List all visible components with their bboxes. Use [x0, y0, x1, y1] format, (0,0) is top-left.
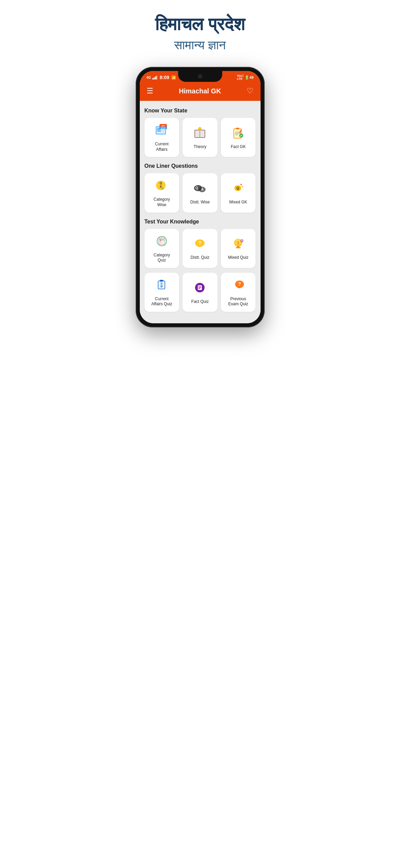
previous-exam-quiz-label: PreviousExam Quiz — [228, 296, 248, 307]
app-bar: ☰ Himachal GK ♡ — [140, 83, 261, 101]
svg-rect-8 — [157, 131, 161, 131]
status-bar: 4G 8:09 📶 VoLlLTE 🔋49 — [140, 71, 261, 83]
svg-rect-51 — [237, 246, 239, 247]
distt-quiz-icon: ? — [193, 237, 207, 252]
svg-text:?: ? — [198, 240, 202, 246]
app-title: Himachal GK — [179, 87, 221, 95]
vol-lte-label: VoLlLTE — [237, 74, 243, 80]
status-left: 4G 8:09 📶 — [147, 75, 176, 80]
camera-dot — [198, 74, 202, 78]
svg-rect-3 — [156, 76, 157, 79]
svg-text:Z: Z — [159, 241, 161, 243]
current-affairs-quiz-card[interactable]: Q UI Z CurrentAffairs Quiz — [145, 273, 179, 312]
svg-text:A: A — [201, 187, 204, 191]
content-area: Know Your State HOT — [140, 101, 261, 323]
one-liner-grid: Q & A CategoryWise Q A — [145, 173, 256, 212]
svg-point-39 — [240, 184, 241, 184]
test-knowledge-grid-row2: Q UI Z CurrentAffairs Quiz — [145, 273, 256, 312]
page-subtitle: सामान्य ज्ञान — [155, 37, 245, 53]
test-knowledge-grid-row1: Q U I Z CategoryQuiz — [145, 229, 256, 268]
svg-point-55 — [241, 240, 243, 241]
svg-rect-20 — [236, 128, 239, 129]
mixed-gk-icon: Q — [231, 181, 245, 197]
svg-rect-58 — [160, 280, 163, 282]
svg-rect-7 — [157, 129, 160, 130]
know-your-state-grid: HOT NEWS CurrentAffairs — [145, 118, 256, 157]
svg-rect-17 — [199, 129, 201, 130]
category-quiz-icon: Q U I Z — [155, 234, 169, 250]
svg-text:NEWS: NEWS — [160, 127, 166, 129]
status-right: VoLlLTE 🔋49 — [237, 74, 253, 80]
mixed-quiz-label: Mixed Quiz — [228, 255, 248, 260]
page-header: हिमाचल प्रदेश सामान्य ज्ञान — [155, 14, 245, 53]
previous-exam-quiz-icon: ? — [231, 278, 245, 294]
svg-text:Q: Q — [159, 181, 162, 185]
theory-icon — [193, 126, 207, 142]
svg-text:U: U — [161, 238, 163, 241]
svg-text:1: 1 — [237, 241, 239, 245]
svg-text:?: ? — [238, 281, 241, 287]
section-test-knowledge-title: Test Your Knowledge — [145, 219, 256, 225]
svg-rect-2 — [155, 76, 156, 79]
category-wise-card[interactable]: Q & A CategoryWise — [145, 173, 179, 212]
fact-quiz-icon — [193, 281, 207, 296]
svg-rect-0 — [152, 78, 153, 79]
page-title: हिमाचल प्रदेश — [155, 14, 245, 35]
signal-icon — [152, 76, 157, 79]
heart-icon[interactable]: ♡ — [247, 87, 253, 95]
fact-quiz-label: Fact Quiz — [191, 299, 209, 305]
mixed-gk-card[interactable]: Q Mixed GK — [221, 173, 256, 212]
distt-wise-icon: Q A — [193, 181, 207, 197]
category-quiz-card[interactable]: Q U I Z CategoryQuiz — [145, 229, 179, 268]
wifi-icon: 📶 — [171, 75, 176, 80]
fact-gk-label: Fact GK — [231, 144, 246, 150]
time-label: 8:09 — [160, 75, 169, 80]
svg-text:A: A — [161, 187, 164, 190]
current-affairs-icon: HOT NEWS — [155, 123, 169, 139]
distt-quiz-card[interactable]: ? Distt. Quiz — [183, 229, 217, 268]
notch — [178, 71, 222, 82]
svg-rect-1 — [154, 77, 155, 79]
category-wise-label: CategoryWise — [153, 197, 170, 207]
mixed-gk-label: Mixed GK — [229, 200, 247, 205]
svg-text:Q: Q — [160, 282, 163, 285]
fact-gk-card[interactable]: Fact GK — [221, 118, 256, 157]
svg-text:Q: Q — [196, 186, 198, 190]
distt-wise-label: Distt. Wise — [190, 200, 210, 205]
mixed-quiz-icon: 1 — [231, 237, 245, 252]
menu-icon[interactable]: ☰ — [147, 87, 153, 95]
distt-wise-card[interactable]: Q A Distt. Wise — [183, 173, 217, 212]
theory-label: Theory — [194, 144, 206, 150]
svg-text:I: I — [164, 238, 164, 241]
fact-quiz-card[interactable]: Fact Quiz — [183, 273, 217, 312]
svg-point-38 — [242, 186, 243, 187]
svg-rect-52 — [236, 247, 241, 248]
section-one-liner-title: One Liner Questions — [145, 163, 256, 169]
theory-card[interactable]: Theory — [183, 118, 217, 157]
fact-gk-icon — [231, 126, 245, 142]
phone-screen: 4G 8:09 📶 VoLlLTE 🔋49 ☰ Himachal — [140, 71, 261, 323]
category-wise-icon: Q & A — [155, 179, 169, 194]
distt-quiz-label: Distt. Quiz — [191, 255, 209, 260]
category-quiz-label: CategoryQuiz — [153, 253, 170, 263]
phone-frame: 4G 8:09 📶 VoLlLTE 🔋49 ☰ Himachal — [136, 67, 265, 327]
signal-label: 4G — [147, 76, 151, 79]
svg-text:Z: Z — [161, 286, 162, 288]
previous-exam-quiz-card[interactable]: ? PreviousExam Quiz — [221, 273, 256, 312]
svg-text:Q: Q — [236, 186, 240, 190]
current-affairs-quiz-label: CurrentAffairs Quiz — [151, 296, 172, 307]
mixed-quiz-card[interactable]: 1 Mixed Quiz — [221, 229, 256, 268]
current-affairs-quiz-icon: Q UI Z — [155, 278, 169, 294]
battery-label: 🔋49 — [245, 75, 253, 80]
current-affairs-card[interactable]: HOT NEWS CurrentAffairs — [145, 118, 179, 157]
section-know-your-state-title: Know Your State — [145, 108, 256, 114]
current-affairs-label: CurrentAffairs — [155, 142, 169, 152]
